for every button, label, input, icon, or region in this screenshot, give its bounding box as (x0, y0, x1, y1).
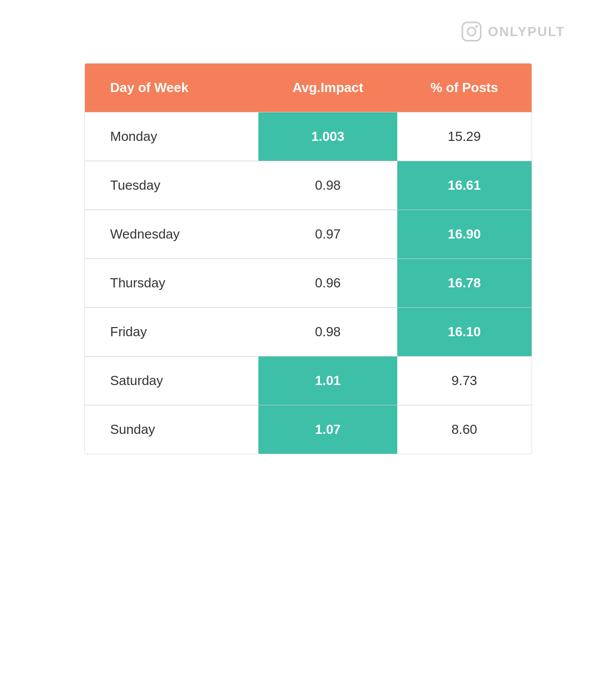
brand-header: ONLYPULT (10, 20, 606, 43)
cell-posts: 16.90 (397, 210, 531, 259)
cell-impact: 0.97 (258, 210, 397, 259)
cell-day: Monday (85, 112, 259, 161)
table-row: Sunday1.078.60 (85, 405, 532, 454)
cell-impact: 1.01 (258, 357, 397, 405)
svg-point-1 (467, 27, 476, 36)
cell-day: Friday (85, 308, 259, 357)
table-row: Saturday1.019.73 (85, 357, 532, 405)
cell-day: Thursday (85, 259, 259, 308)
cell-impact: 1.07 (258, 405, 397, 454)
cell-day: Sunday (85, 405, 259, 454)
table-row: Monday1.00315.29 (85, 112, 532, 161)
table-row: Thursday0.9616.78 (85, 259, 532, 308)
table-header-row: Day of Week Avg.Impact % of Posts (85, 64, 532, 112)
table-row: Friday0.9816.10 (85, 308, 532, 357)
cell-impact: 1.003 (258, 112, 397, 161)
cell-posts: 8.60 (397, 405, 531, 454)
instagram-icon (460, 20, 483, 43)
table-row: Tuesday0.9816.61 (85, 161, 532, 210)
cell-impact: 0.98 (258, 161, 397, 210)
table-row: Wednesday0.9716.90 (85, 210, 532, 259)
cell-posts: 16.61 (397, 161, 531, 210)
header-impact: Avg.Impact (258, 64, 397, 112)
cell-posts: 16.10 (397, 308, 531, 357)
cell-posts: 9.73 (397, 357, 531, 405)
brand-name: ONLYPULT (488, 24, 565, 40)
cell-day: Tuesday (85, 161, 259, 210)
brand-logo: ONLYPULT (460, 20, 565, 43)
cell-day: Wednesday (85, 210, 259, 259)
cell-impact: 0.98 (258, 308, 397, 357)
svg-point-2 (476, 25, 478, 28)
cell-posts: 16.78 (397, 259, 531, 308)
header-posts: % of Posts (397, 64, 531, 112)
svg-rect-0 (462, 22, 481, 41)
cell-impact: 0.96 (258, 259, 397, 308)
header-day: Day of Week (85, 64, 259, 112)
cell-day: Saturday (85, 357, 259, 405)
data-table: Day of Week Avg.Impact % of Posts Monday… (84, 63, 532, 454)
cell-posts: 15.29 (397, 112, 531, 161)
